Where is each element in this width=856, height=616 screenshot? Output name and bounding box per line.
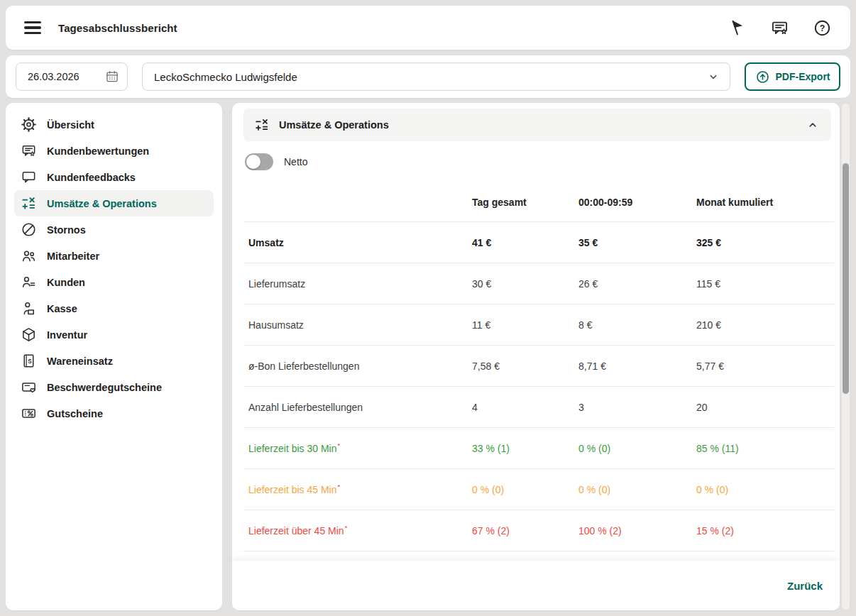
cancel-circle-icon bbox=[20, 221, 37, 238]
hamburger-menu-icon[interactable] bbox=[24, 18, 43, 37]
row-label: Lieferzeit bis 30 Min* bbox=[243, 442, 472, 454]
row-value: 100 % (2) bbox=[578, 525, 696, 537]
row-value: 35 € bbox=[578, 237, 696, 248]
row-value: 0 % (0) bbox=[472, 484, 578, 495]
calendar-icon bbox=[105, 70, 119, 84]
review-star-icon[interactable] bbox=[769, 18, 789, 38]
row-value: 67 % (2) bbox=[472, 525, 578, 537]
chevron-down-icon bbox=[706, 69, 721, 84]
section-title: Umsätze & Operations bbox=[279, 119, 389, 131]
sidebar-item-kunden[interactable]: Kunden bbox=[14, 269, 214, 295]
row-label: Anzahl Lieferbestellungen bbox=[243, 402, 472, 413]
speech-bubble-icon bbox=[20, 169, 37, 186]
table-header: 00:00-09:59 bbox=[578, 197, 696, 208]
sidebar-item-mitarbeiter[interactable]: Mitarbeiter bbox=[14, 243, 214, 269]
filter-bar: 26.03.2026 LeckoSchmecko Ludwigsfelde bbox=[6, 55, 850, 98]
sidebar-item-label: Übersicht bbox=[47, 119, 94, 131]
row-value: 41 € bbox=[472, 237, 578, 248]
row-value: 3 bbox=[578, 402, 696, 413]
row-value: 7,58 € bbox=[472, 361, 578, 372]
sidebar-item-label: Gutscheine bbox=[47, 408, 103, 419]
book-s-icon: S bbox=[20, 353, 37, 370]
panel-footer: Zurück bbox=[232, 561, 840, 610]
row-value: 30 € bbox=[472, 278, 578, 290]
sidebar-item-wareneinsatz[interactable]: S Wareneinsatz bbox=[14, 348, 214, 374]
people-icon bbox=[20, 248, 37, 265]
row-label: Lieferzeit über 45 Min* bbox=[243, 524, 472, 537]
table-row: Lieferzeit über 45 Min* 67 % (2) 100 % (… bbox=[243, 510, 834, 551]
sidebar-item-gutscheine[interactable]: Gutscheine bbox=[14, 400, 214, 427]
sidebar-item-label: Kundenbewertungen bbox=[47, 145, 149, 157]
row-label: Umsatz bbox=[243, 237, 472, 248]
scrollbar-track[interactable] bbox=[842, 104, 850, 610]
sidebar-item-label: Wareneinsatz bbox=[47, 356, 113, 367]
row-value: 8,71 € bbox=[578, 361, 696, 372]
sidebar-item-label: Umsätze & Operations bbox=[47, 198, 157, 209]
upload-icon bbox=[755, 70, 770, 84]
footnote-asterisk: * bbox=[345, 524, 348, 532]
sidebar-item-uebersicht[interactable]: Übersicht bbox=[14, 111, 214, 138]
row-value: 33 % (1) bbox=[472, 443, 578, 454]
table-row: Lieferumsatz 30 € 26 € 115 € bbox=[243, 263, 834, 304]
location-value: LeckoSchmecko Ludwigsfelde bbox=[154, 71, 297, 83]
row-label: Lieferzeit bis 45 Min* bbox=[243, 483, 472, 495]
table-row: Anzahl Lieferbestellungen 4 3 20 bbox=[243, 387, 834, 428]
chevron-up-icon[interactable] bbox=[805, 117, 821, 133]
row-label: Hausumsatz bbox=[243, 319, 472, 331]
sidebar-item-label: Kasse bbox=[47, 303, 77, 314]
row-value: 210 € bbox=[696, 319, 834, 331]
page-title: Tagesabschlussbericht bbox=[58, 22, 177, 34]
math-operations-icon bbox=[20, 195, 37, 212]
sidebar-item-beschwerdegutscheine[interactable]: Beschwerdegutscheine bbox=[14, 374, 214, 400]
sidebar-item-kundenbewertungen[interactable]: Kundenbewertungen bbox=[14, 138, 214, 164]
row-value: 0 % (0) bbox=[578, 443, 696, 454]
row-value: 0 % (0) bbox=[578, 484, 696, 495]
location-select[interactable]: LeckoSchmecko Ludwigsfelde bbox=[142, 62, 730, 91]
pdf-export-button[interactable]: PDF-Export bbox=[745, 62, 840, 91]
pdf-export-label: PDF-Export bbox=[776, 71, 830, 82]
row-value: 0 % (0) bbox=[696, 484, 834, 495]
back-button[interactable]: Zurück bbox=[787, 580, 823, 592]
row-value: 115 € bbox=[696, 278, 834, 290]
voucher-percent-icon bbox=[20, 405, 37, 422]
svg-text:?: ? bbox=[819, 23, 825, 33]
sidebar-item-label: Inventur bbox=[47, 329, 87, 341]
footnote-asterisk: * bbox=[338, 442, 341, 449]
sidebar-item-label: Kundenfeedbacks bbox=[47, 172, 136, 183]
scrollbar-thumb[interactable] bbox=[843, 163, 849, 394]
date-value: 26.03.2026 bbox=[28, 71, 79, 82]
date-picker-field[interactable]: 26.03.2026 bbox=[16, 62, 128, 91]
sidebar-item-label: Mitarbeiter bbox=[47, 251, 99, 262]
sidebar-item-kasse[interactable]: Kasse bbox=[14, 295, 214, 321]
table-row: ø-Bon Lieferbestellungen 7,58 € 8,71 € 5… bbox=[243, 346, 834, 387]
review-star-icon bbox=[20, 143, 37, 160]
table-header: Monat kumuliert bbox=[696, 197, 834, 208]
section-accordion-header[interactable]: Umsätze & Operations bbox=[243, 109, 831, 141]
voucher-heart-icon bbox=[20, 379, 37, 396]
netto-toggle[interactable] bbox=[245, 153, 273, 170]
sidebar-item-umsaetze-operations[interactable]: Umsätze & Operations bbox=[14, 190, 214, 216]
row-value: 15 % (2) bbox=[696, 525, 834, 537]
footnote-asterisk: * bbox=[338, 483, 341, 490]
row-value: 11 € bbox=[472, 319, 578, 331]
sidebar-item-kundenfeedbacks[interactable]: Kundenfeedbacks bbox=[14, 164, 214, 190]
sidebar-item-inventur[interactable]: Inventur bbox=[14, 321, 214, 348]
sidebar-nav: Übersicht Kundenbewertungen Kundenfeedba… bbox=[6, 103, 222, 610]
table-row: Lieferzeit bis 45 Min* 0 % (0) 0 % (0) 0… bbox=[243, 469, 834, 510]
table-header-row: Tag gesamt 00:00-09:59 Monat kumuliert bbox=[243, 182, 834, 222]
row-value: 85 % (11) bbox=[696, 443, 834, 454]
sidebar-item-label: Kunden bbox=[47, 277, 85, 288]
main-panel: Umsätze & Operations Netto Tag gesamt 00… bbox=[232, 103, 840, 610]
row-label: Lieferumsatz bbox=[243, 278, 472, 290]
netto-toggle-row: Netto bbox=[245, 153, 307, 170]
sidebar-item-stornos[interactable]: Stornos bbox=[14, 216, 214, 243]
row-value: 20 bbox=[696, 402, 834, 413]
math-operations-icon bbox=[254, 117, 270, 133]
sidebar-item-label: Beschwerdegutscheine bbox=[47, 382, 162, 393]
toggle-knob bbox=[246, 155, 260, 169]
flag-icon[interactable] bbox=[727, 18, 747, 38]
row-value: 4 bbox=[472, 402, 578, 413]
table-header: Tag gesamt bbox=[472, 197, 578, 208]
row-value: 8 € bbox=[578, 319, 696, 331]
help-icon[interactable]: ? bbox=[812, 18, 832, 38]
